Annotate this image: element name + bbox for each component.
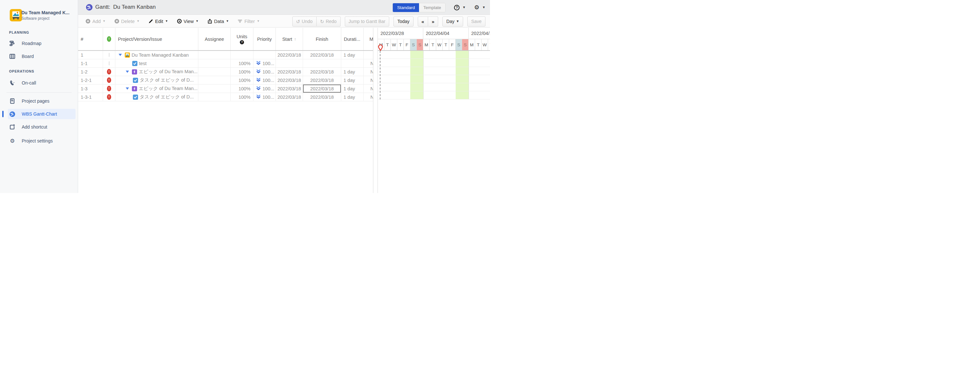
row-start-cell[interactable]: 2022/03/18 <box>276 84 303 93</box>
row-duration-cell[interactable]: 1 day <box>341 93 364 101</box>
issue-label[interactable]: Du Team Managed Kanban <box>132 52 189 58</box>
sidebar-item-board[interactable]: Board <box>0 51 78 62</box>
table-row[interactable]: 1-2 ! エピック of Du Team Man... 100% 100... <box>78 68 373 76</box>
row-marked-cell[interactable] <box>364 51 373 59</box>
filter-menu-button[interactable]: Filter ▼ <box>237 19 259 24</box>
collapse-expander-icon[interactable] <box>126 87 129 90</box>
row-priority-cell[interactable]: 100... <box>253 93 276 101</box>
row-tree-cell[interactable]: タスク of エピック of D... <box>115 76 198 84</box>
today-button[interactable]: Today <box>393 16 413 27</box>
row-duration-cell[interactable]: 1 day <box>341 51 364 59</box>
row-units-cell[interactable]: 100% <box>231 59 253 67</box>
row-finish-cell[interactable] <box>303 59 341 67</box>
standard-mode-button[interactable]: Standard <box>393 3 419 12</box>
issue-label[interactable]: エピック of Du Team Man... <box>139 86 198 92</box>
col-header-duration[interactable]: Durati... <box>341 28 364 50</box>
undo-button[interactable]: ↺Undo <box>292 16 317 27</box>
row-marked-cell[interactable]: No <box>364 68 373 76</box>
settings-menu[interactable]: ⚙ ▼ <box>474 5 485 10</box>
selected-finish-cell[interactable]: 2022/03/18 <box>303 84 341 93</box>
edit-menu-button[interactable]: Edit ▼ <box>148 19 168 24</box>
sidebar-item-add-shortcut[interactable]: Add shortcut <box>0 122 78 132</box>
row-tree-cell[interactable]: エピック of Du Team Man... <box>115 68 198 76</box>
row-duration-cell[interactable]: 1 day <box>341 84 364 93</box>
row-start-cell[interactable]: 2022/03/18 <box>276 51 303 59</box>
col-header-marked[interactable]: Mar <box>364 28 373 50</box>
table-row[interactable]: 1-3-1 ! タスク of エピック of D... 100% 100... <box>78 93 373 102</box>
row-finish-cell[interactable]: 2022/03/18 <box>303 93 341 101</box>
col-header-priority[interactable]: Priority <box>253 28 276 50</box>
gantt-timeline-panel[interactable]: 2022/03/28 2022/04/04 2022/04/1 M T W T … <box>377 28 490 193</box>
issue-label[interactable]: エピック of Du Team Man... <box>139 69 198 75</box>
row-finish-cell[interactable]: 2022/03/18 <box>303 51 341 59</box>
col-header-finish[interactable]: Finish <box>303 28 341 50</box>
sidebar-item-project-pages[interactable]: Project pages <box>0 96 78 106</box>
row-tree-cell[interactable]: エピック of Du Team Man... <box>115 84 198 93</box>
row-duration-cell[interactable]: 1 day <box>341 76 364 84</box>
redo-button[interactable]: ↻Redo <box>317 16 340 27</box>
row-assignee-cell[interactable] <box>198 51 231 59</box>
row-tree-cell[interactable]: タスク of エピック of D... <box>115 93 198 101</box>
row-units-cell[interactable]: 100% <box>231 84 253 93</box>
collapse-expander-icon[interactable] <box>126 71 129 73</box>
save-button[interactable]: Save <box>467 16 485 27</box>
sidebar-item-roadmap[interactable]: Roadmap <box>0 38 78 49</box>
row-priority-cell[interactable]: 100... <box>253 68 276 76</box>
delete-menu-button[interactable]: Delete ▼ <box>115 19 140 24</box>
row-tree-cell[interactable]: Du Team Managed Kanban <box>115 51 198 59</box>
table-row[interactable]: 1-3 ! エピック of Du Team Man... 100% 100... <box>78 84 373 93</box>
scroll-left-button[interactable]: « <box>418 16 428 27</box>
row-start-cell[interactable] <box>276 59 303 67</box>
help-menu[interactable]: ? ▼ <box>454 5 466 10</box>
row-finish-cell[interactable]: 2022/03/18 <box>303 68 341 76</box>
row-units-cell[interactable]: 100% <box>231 93 253 101</box>
row-assignee-cell[interactable] <box>198 84 231 93</box>
help-question-icon[interactable]: ? <box>240 40 244 44</box>
zoom-unit-button[interactable]: Day▼ <box>442 16 463 27</box>
template-mode-button[interactable]: Template <box>419 3 445 12</box>
issue-label[interactable]: test <box>139 61 146 66</box>
table-row[interactable]: 1 Du Team Managed Kanban 2022/03/18 2022… <box>78 51 373 59</box>
row-priority-cell[interactable]: 100... <box>253 59 276 67</box>
row-assignee-cell[interactable] <box>198 76 231 84</box>
col-header-num[interactable]: # <box>78 28 103 50</box>
table-row[interactable]: 1-2-1 ! タスク of エピック of D... 100% 100... <box>78 76 373 84</box>
row-marked-cell[interactable]: No <box>364 93 373 101</box>
col-header-units[interactable]: Units? <box>231 28 253 50</box>
row-marked-cell[interactable]: No <box>364 59 373 67</box>
table-row[interactable]: 1-1 test 100% 100... <box>78 59 373 68</box>
row-assignee-cell[interactable] <box>198 59 231 67</box>
col-header-tree[interactable]: Project/Version/Issue <box>115 28 198 50</box>
row-duration-cell[interactable] <box>341 59 364 67</box>
add-menu-button[interactable]: Add ▼ <box>86 19 106 24</box>
sidebar-item-wbs-gantt-chart[interactable]: WBS Gantt-Chart <box>8 109 75 119</box>
row-marked-cell[interactable]: No <box>364 84 373 93</box>
col-header-assignee[interactable]: Assignee <box>198 28 231 50</box>
row-marked-cell[interactable]: No <box>364 76 373 84</box>
data-menu-button[interactable]: Data ▼ <box>207 19 229 24</box>
scroll-right-button[interactable]: » <box>428 16 438 27</box>
row-units-cell[interactable]: 100% <box>231 76 253 84</box>
row-start-cell[interactable]: 2022/03/18 <box>276 76 303 84</box>
row-priority-cell[interactable]: 100... <box>253 84 276 93</box>
row-priority-cell[interactable]: 100... <box>253 76 276 84</box>
row-finish-cell[interactable]: 2022/03/18 <box>303 76 341 84</box>
row-start-cell[interactable]: 2022/03/18 <box>276 68 303 76</box>
gantt-body[interactable] <box>378 51 490 99</box>
row-priority-cell[interactable] <box>253 51 276 59</box>
issue-label[interactable]: タスク of エピック of D... <box>140 77 194 83</box>
row-tree-cell[interactable]: test <box>115 59 198 67</box>
row-duration-cell[interactable]: 1 day <box>341 68 364 76</box>
issue-label[interactable]: タスク of エピック of D... <box>140 94 194 100</box>
sidebar-item-oncall[interactable]: On-call <box>0 78 78 88</box>
col-header-start[interactable]: Start↑ <box>276 28 303 50</box>
row-units-cell[interactable]: 100% <box>231 68 253 76</box>
jump-to-gantt-bar-button[interactable]: Jump to Gantt Bar <box>345 16 390 27</box>
col-header-info[interactable]: ! <box>103 28 115 50</box>
row-assignee-cell[interactable] <box>198 68 231 76</box>
sidebar-item-project-settings[interactable]: ⚙ Project settings <box>0 136 78 146</box>
view-menu-button[interactable]: View ▼ <box>177 19 199 24</box>
row-units-cell[interactable] <box>231 51 253 59</box>
row-assignee-cell[interactable] <box>198 93 231 101</box>
row-start-cell[interactable]: 2022/03/18 <box>276 93 303 101</box>
